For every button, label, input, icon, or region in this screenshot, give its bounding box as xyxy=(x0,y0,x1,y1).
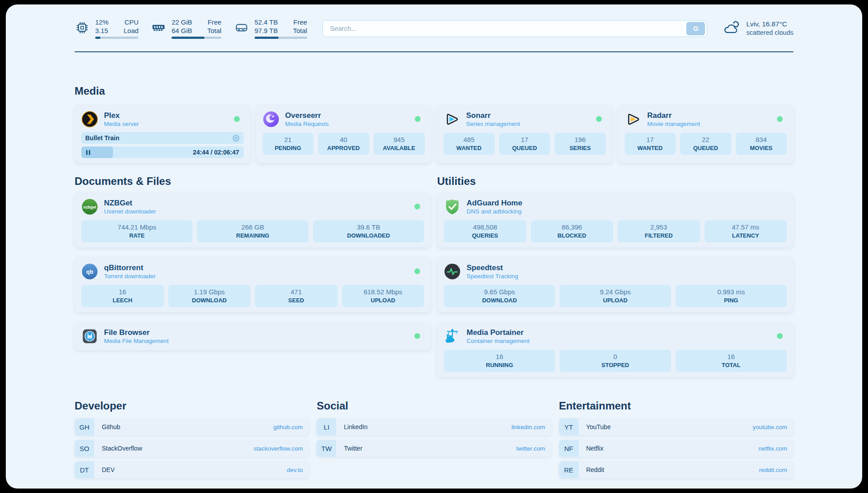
memory-total-value: 64 GiB xyxy=(171,26,192,35)
disk-progress-bar xyxy=(255,37,307,39)
bookmark-stackoverflow[interactable]: SO StackOverflow stackoverflow.com xyxy=(75,440,309,457)
disk-progress-fill xyxy=(255,37,279,39)
stat-tile: 618.52 Mbps UPLOAD xyxy=(342,285,425,307)
section-title-developer: Developer xyxy=(75,399,309,413)
bookmark-youtube[interactable]: YT YouTube youtube.com xyxy=(559,418,793,435)
bookmark-linkedin[interactable]: LI LinkedIn linkedin.com xyxy=(317,418,551,435)
bookmark-url: github.com xyxy=(273,424,303,430)
bookmark-name: Twitter xyxy=(344,445,362,452)
bookmark-twitter[interactable]: TW Twitter twitter.com xyxy=(317,440,551,457)
app-subtitle: Media File Management xyxy=(104,337,169,345)
now-playing-tile: Bullet Train xyxy=(81,132,244,144)
gear-icon xyxy=(232,134,240,142)
app-title: Overseerr xyxy=(285,111,329,120)
search-input[interactable] xyxy=(322,20,708,37)
stat-tile: 17 QUEUED xyxy=(499,133,551,155)
app-card-adguard[interactable]: AdGuard Home DNS and adblocking 498,508 … xyxy=(437,192,793,247)
stat-tile: 21 PENDING xyxy=(263,133,314,155)
stat-tile: 47.57 ms LATENCY xyxy=(705,220,787,242)
memory-free-label: Free xyxy=(207,18,221,26)
playback-time: 24:44 / 02:06:47 xyxy=(193,149,244,156)
bookmark-abbr: YT xyxy=(559,418,579,435)
app-title: NZBGet xyxy=(104,198,156,208)
stat-tile: 834 MOVIES xyxy=(736,133,787,155)
stat-tile: 485 WANTED xyxy=(443,133,495,155)
bookmark-url: reddit.com xyxy=(759,467,787,473)
status-online-dot xyxy=(596,116,602,122)
bookmark-group-social: Social LI LinkedIn linkedin.com TW Twitt… xyxy=(317,399,551,457)
app-title: Speedtest xyxy=(467,263,518,272)
bookmark-dev[interactable]: DT DEV dev.to xyxy=(75,461,309,478)
app-title: Sonarr xyxy=(466,111,520,120)
app-card-nzbget[interactable]: nzbget NZBGet Usenet downloader 744.21 M… xyxy=(75,192,431,247)
bookmark-url: twitter.com xyxy=(516,445,545,452)
memory-free-value: 22 GiB xyxy=(171,18,192,26)
bookmark-name: Github xyxy=(102,423,120,430)
bookmark-abbr: RE xyxy=(559,461,579,478)
section-title-media: Media xyxy=(75,84,793,98)
app-title: AdGuard Home xyxy=(467,198,522,208)
stat-tile: 17 WANTED xyxy=(625,133,676,155)
memory-progress-fill xyxy=(171,37,204,39)
utilities-column: Utilities AdGuard Home DNS and a xyxy=(437,163,793,377)
portainer-icon xyxy=(444,328,461,345)
stat-tile: 22 QUEUED xyxy=(680,133,731,155)
app-card-filebrowser[interactable]: File Browser Media File Management xyxy=(75,322,431,350)
bookmark-name: Netflix xyxy=(586,445,604,452)
sonarr-icon xyxy=(443,111,460,128)
app-card-portainer[interactable]: Media Portainer Container management 16 … xyxy=(437,322,793,377)
weather-location-temp: Lviv, 16.87°C xyxy=(746,20,793,29)
app-card-overseerr[interactable]: Overseerr Media Requests 21 PENDING 40 A… xyxy=(256,105,432,163)
status-online-dot xyxy=(414,333,420,339)
stat-tile: 0 STOPPED xyxy=(559,350,671,372)
stat-tile: 0.993 ms PING xyxy=(676,285,787,307)
weather-widget: Lviv, 16.87°C scattered clouds xyxy=(722,20,793,37)
dashboard-page: 12% CPU 3.15 Load xyxy=(6,4,862,489)
bookmark-abbr: LI xyxy=(317,418,336,435)
bookmark-abbr: GH xyxy=(75,418,94,435)
app-subtitle: Media server xyxy=(104,120,139,128)
stat-tile: 9.24 Gbps UPLOAD xyxy=(559,285,671,307)
media-card-row: Plex Media server Bullet Train 24:44 / 0… xyxy=(75,105,793,163)
app-card-sonarr[interactable]: Sonarr Series management 485 WANTED 17 Q… xyxy=(437,105,613,163)
disk-total-label: Total xyxy=(293,26,307,35)
bookmark-netflix[interactable]: NF Netflix netflix.com xyxy=(559,440,793,457)
plex-icon xyxy=(81,111,98,128)
memory-widget: 22 GiB Free 64 GiB Total xyxy=(151,18,221,39)
cpu-load-label: Load xyxy=(124,26,138,35)
section-title-documents: Documents & Files xyxy=(75,175,431,188)
bookmark-url: youtube.com xyxy=(753,424,787,430)
bookmark-name: YouTube xyxy=(586,423,611,430)
bookmark-name: Reddit xyxy=(586,466,604,473)
google-search-button[interactable]: G xyxy=(686,22,705,35)
app-card-plex[interactable]: Plex Media server Bullet Train 24:44 / 0… xyxy=(75,105,250,163)
playback-progress-bar: 24:44 / 02:06:47 xyxy=(81,146,244,158)
app-title: Media Portainer xyxy=(467,328,530,337)
app-title: Radarr xyxy=(647,111,701,120)
bookmark-url: netflix.com xyxy=(758,445,787,452)
bookmark-reddit[interactable]: RE Reddit reddit.com xyxy=(559,461,793,478)
svg-text:qb: qb xyxy=(86,268,93,275)
bookmark-abbr: SO xyxy=(75,440,94,457)
status-online-dot xyxy=(777,116,783,122)
app-title: File Browser xyxy=(104,328,169,337)
disk-icon xyxy=(234,20,249,37)
bookmark-github[interactable]: GH Github github.com xyxy=(75,418,309,435)
cpu-icon xyxy=(75,20,90,37)
bookmark-group-developer: Developer GH Github github.com SO StackO… xyxy=(75,399,309,478)
stat-tile: 16 LEECH xyxy=(81,285,164,307)
pause-icon xyxy=(86,150,90,155)
app-card-speedtest[interactable]: Speedtest Speedtest Tracking 9.65 Gbps D… xyxy=(437,257,793,312)
app-subtitle: Media Requests xyxy=(285,120,329,128)
status-online-dot xyxy=(414,204,420,209)
section-title-utilities: Utilities xyxy=(437,175,793,188)
app-card-qbittorrent[interactable]: qb qBittorrent Torrent downloader 16 LEE… xyxy=(75,257,431,312)
app-subtitle: Usenet downloader xyxy=(104,208,156,215)
bookmark-url: linkedin.com xyxy=(512,424,545,430)
app-title: qBittorrent xyxy=(104,263,156,272)
overseerr-icon xyxy=(263,111,280,128)
app-card-radarr[interactable]: Radarr Movie management 17 WANTED 22 QUE… xyxy=(618,105,794,163)
adguard-icon xyxy=(444,198,461,215)
stat-tile: 1.19 Gbps DOWNLOAD xyxy=(168,285,251,307)
filebrowser-icon xyxy=(81,328,98,345)
